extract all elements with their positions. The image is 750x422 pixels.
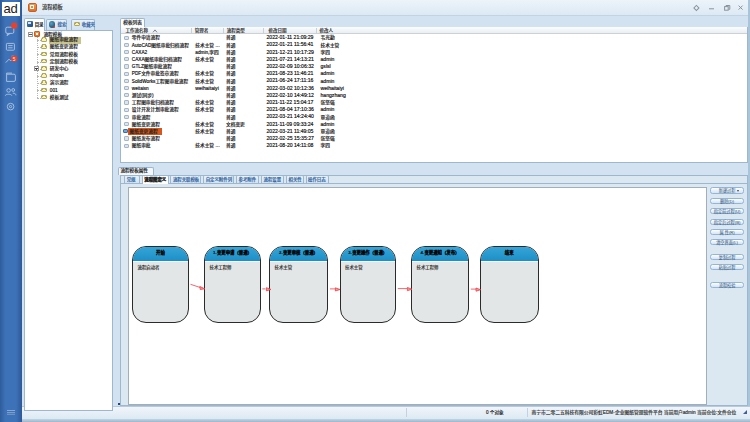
svg-text:5: 5 (13, 57, 16, 62)
